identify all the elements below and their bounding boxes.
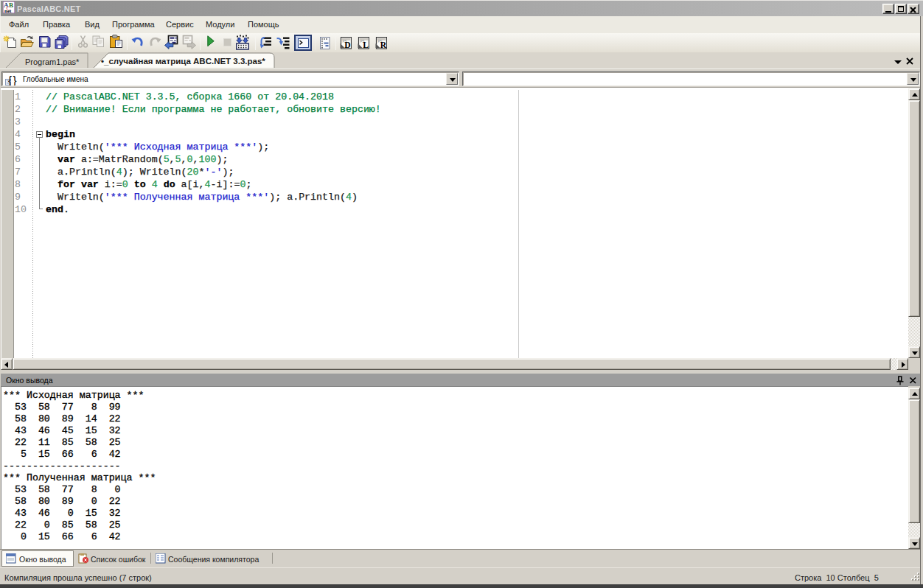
- svg-text:{}: {}: [8, 74, 18, 85]
- svg-text:R: R: [380, 41, 387, 49]
- svg-text:L: L: [363, 41, 369, 49]
- svg-text:net: net: [4, 8, 12, 13]
- svg-text:D: D: [344, 41, 350, 49]
